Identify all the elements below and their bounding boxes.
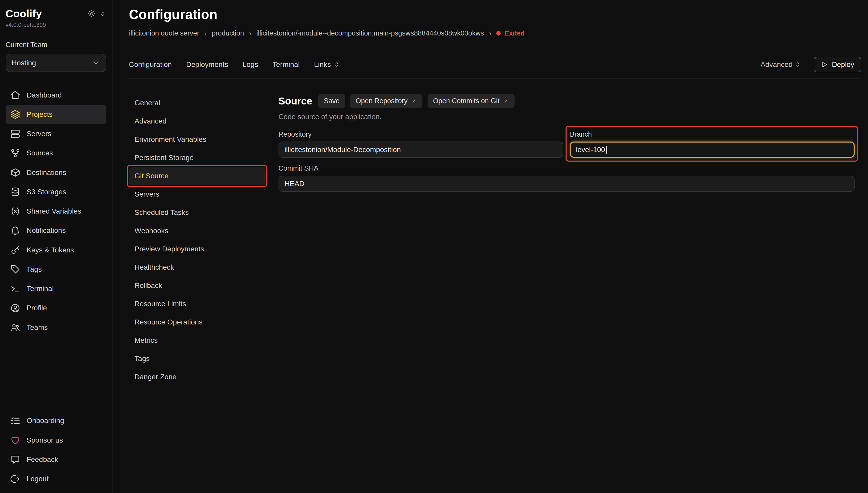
sidebar-item-label: Keys & Tokens [26,246,74,254]
destinations-box-icon [10,167,21,178]
brand-icons [87,9,106,18]
subnav-item-preview-deployments[interactable]: Preview Deployments [129,240,266,258]
sidebar-item-label: Terminal [26,284,54,293]
subnav-item-danger-zone[interactable]: Danger Zone [129,368,266,386]
subnav-item-webhooks[interactable]: Webhooks [129,222,266,240]
external-link-icon [503,98,509,104]
sidebar-item-label: Onboarding [26,416,64,425]
chevron-updown-icon [333,61,340,68]
source-form: Repository illicitestonion/Module-Decomp… [278,130,855,192]
subnav-item-resource-limits[interactable]: Resource Limits [129,295,266,313]
subnav-item-scheduled-tasks[interactable]: Scheduled Tasks [129,203,266,222]
subnav-item-tags[interactable]: Tags [129,349,266,368]
sidebar-item-sponsor-us[interactable]: Sponsor us [6,430,107,450]
sidebar-item-dashboard[interactable]: Dashboard [6,85,107,105]
brand-row: Coolify [6,0,107,20]
commit-sha-input[interactable]: HEAD [278,176,855,192]
commit-sha-value: HEAD [284,179,304,188]
repository-label: Repository [278,130,563,138]
advanced-label: Advanced [761,61,792,69]
deploy-label: Deploy [832,61,854,69]
sidebar-item-servers[interactable]: Servers [6,124,107,143]
tab-logs[interactable]: Logs [242,61,258,69]
breadcrumb-environment[interactable]: production [212,29,244,37]
subnav-item-servers[interactable]: Servers [129,185,266,203]
sidebar-footer-menu: Onboarding Sponsor us Feedback Logout [6,411,107,489]
branch-input[interactable]: level-100 [570,142,854,157]
save-button[interactable]: Save [318,94,345,108]
chevron-right-separator: › [249,29,251,38]
source-title: Source [278,95,312,107]
configuration-content: General Advanced Environment Variables P… [129,94,861,386]
tab-configuration[interactable]: Configuration [129,61,172,69]
chevron-updown-icon [794,61,801,68]
sidebar-item-terminal[interactable]: Terminal [6,279,107,299]
text-cursor [606,146,607,154]
sidebar-item-profile[interactable]: Profile [6,299,107,318]
git-sources-icon [10,148,21,158]
configuration-subnav: General Advanced Environment Variables P… [129,94,266,386]
page-title: Configuration [129,7,861,22]
sidebar-item-label: Shared Variables [26,207,81,215]
sidebar-item-s3-storages[interactable]: S3 Storages [6,182,107,201]
breadcrumb-resource[interactable]: illicitestonion/-module--decomposition:m… [256,29,484,37]
sidebar-item-label: Notifications [26,227,66,235]
servers-icon [10,129,21,139]
sidebar-item-keys-tokens[interactable]: Keys & Tokens [6,240,107,260]
sidebar-item-onboarding[interactable]: Onboarding [6,411,107,430]
open-repository-button[interactable]: Open Repository [350,94,422,108]
key-icon [10,245,21,255]
breadcrumb: illicitonion quote server › production ›… [129,29,861,38]
chevron-down-icon [92,59,100,67]
open-commits-label: Open Commits on Git [433,97,500,105]
sidebar-item-label: Tags [26,265,42,274]
sidebar-item-notifications[interactable]: Notifications [6,221,107,240]
tab-terminal[interactable]: Terminal [273,61,300,69]
external-link-icon [411,98,417,104]
subnav-item-environment-variables[interactable]: Environment Variables [129,130,266,149]
sidebar-item-shared-variables[interactable]: Shared Variables [6,201,107,221]
branch-label: Branch [570,130,854,138]
subnav-item-rollback[interactable]: Rollback [129,276,266,295]
sidebar-item-logout[interactable]: Logout [6,469,107,489]
main-area: Configuration illicitonion quote server … [112,0,868,493]
terminal-icon [10,283,21,294]
commit-sha-label: Commit SHA [278,165,855,172]
open-commits-button[interactable]: Open Commits on Git [427,94,514,108]
logout-icon [10,474,21,484]
user-circle-icon [10,303,21,314]
bell-icon [10,226,21,236]
repository-input[interactable]: illicitestonion/Module-Decomposition [278,142,563,157]
instance-switcher-icon[interactable] [99,10,106,18]
subnav-item-metrics[interactable]: Metrics [129,331,266,349]
subnav-item-advanced[interactable]: Advanced [129,112,266,130]
subnav-item-persistent-storage[interactable]: Persistent Storage [129,149,266,167]
sidebar-item-label: Feedback [26,455,58,464]
subnav-item-general[interactable]: General [129,94,266,112]
subnav-item-resource-operations[interactable]: Resource Operations [129,313,266,331]
subnav-item-git-source[interactable]: Git Source [129,167,266,185]
save-label: Save [324,97,340,105]
deploy-button[interactable]: Deploy [814,57,862,72]
sidebar-item-teams[interactable]: Teams [6,318,107,337]
source-panel-header: Source Save Open Repository Open Commits… [278,94,855,108]
play-icon [821,61,828,68]
theme-toggle-sun-icon[interactable] [87,9,96,18]
advanced-dropdown[interactable]: Advanced [761,61,802,69]
branch-field: Branch level-100 [570,130,854,158]
repository-field: Repository illicitestonion/Module-Decomp… [278,130,563,158]
sidebar-item-label: Profile [26,304,47,312]
sidebar-item-sources[interactable]: Sources [6,144,107,163]
source-description: Code source of your application. [278,113,855,121]
sidebar-item-projects[interactable]: Projects [6,105,107,124]
tab-deployments[interactable]: Deployments [186,61,228,69]
sidebar-item-destinations[interactable]: Destinations [6,163,107,182]
commit-sha-field: Commit SHA HEAD [278,165,855,192]
tab-links[interactable]: Links [314,61,340,69]
subnav-item-healthcheck[interactable]: Healthcheck [129,258,266,277]
breadcrumb-project[interactable]: illicitonion quote server [129,29,199,37]
sidebar-item-feedback[interactable]: Feedback [6,450,107,469]
sidebar-item-tags[interactable]: Tags [6,260,107,279]
team-select[interactable]: Hosting [6,54,107,72]
sidebar-item-label: S3 Storages [26,188,66,196]
